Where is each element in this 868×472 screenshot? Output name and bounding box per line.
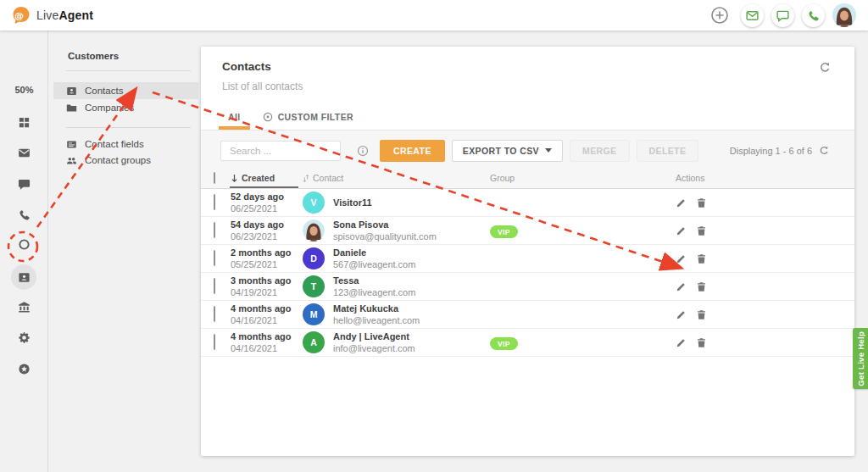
zoom-level-label: 50%: [0, 85, 48, 95]
list-refresh-button[interactable]: [819, 146, 829, 156]
delete-contact-button[interactable]: [696, 253, 707, 264]
contact-name[interactable]: Sona Pisova: [333, 219, 437, 230]
liveagent-logo: @ LiveAgent: [11, 5, 93, 25]
page-title: Contacts: [222, 60, 854, 73]
table-body: 52 days ago 06/25/2021 V Visitor11: [201, 189, 854, 357]
contact-email: hello@liveagent.com: [333, 315, 420, 325]
sidebar-item-starred[interactable]: [11, 356, 36, 381]
avatar-initial: V: [310, 197, 316, 208]
pencil-icon: [676, 225, 687, 236]
created-date: 05/25/2021: [231, 259, 303, 269]
delete-contact-button[interactable]: [696, 281, 707, 292]
select-all-checkbox[interactable]: [214, 172, 215, 184]
delete-contact-button[interactable]: [696, 337, 707, 348]
merge-button[interactable]: MERGE: [570, 140, 630, 162]
sidebar-item-billing[interactable]: [11, 294, 36, 319]
sidebar-item-tickets[interactable]: [11, 140, 36, 165]
trash-icon: [696, 253, 707, 264]
pencil-icon: [676, 197, 687, 208]
get-live-help-tab[interactable]: Get Live Help: [853, 328, 868, 389]
row-checkbox[interactable]: [214, 278, 215, 294]
search-input[interactable]: [220, 141, 341, 161]
row-checkbox[interactable]: [214, 250, 215, 266]
edit-contact-button[interactable]: [676, 337, 687, 348]
get-live-help-label: Get Live Help: [856, 331, 865, 386]
column-header-group[interactable]: Group: [490, 173, 676, 183]
column-header-contact[interactable]: Contact: [303, 173, 490, 183]
customers-subnav: Customers Contacts Companies Contact fie…: [48, 31, 201, 472]
edit-contact-button[interactable]: [676, 225, 687, 236]
target-circle-icon: [263, 112, 273, 122]
trash-icon: [696, 281, 707, 292]
contact-email: spisova@qualityunit.com: [333, 231, 437, 242]
avatar-initial: M: [310, 309, 318, 319]
contact-email: info@liveagent.com: [333, 343, 415, 353]
row-checkbox[interactable]: [214, 306, 215, 322]
svg-text:@: @: [14, 10, 24, 21]
avatar-initial: T: [311, 281, 316, 292]
chat-icon: [776, 9, 789, 22]
sidebar-item-dashboard[interactable]: [11, 109, 36, 135]
edit-contact-button[interactable]: [676, 281, 687, 292]
sidebar-item-calls[interactable]: [11, 202, 36, 227]
sort-both-icon: [303, 174, 309, 183]
row-checkbox[interactable]: [214, 222, 215, 238]
sidebar-item-settings[interactable]: [11, 325, 36, 350]
contact-name[interactable]: Daniele: [333, 247, 415, 258]
tab-custom-filter[interactable]: CUSTOM FILTER: [252, 104, 364, 130]
sidebar-item-chats[interactable]: [11, 171, 36, 197]
subnav-item-contact-fields[interactable]: Contact fields: [53, 136, 198, 153]
delete-button[interactable]: DELETE: [637, 140, 699, 162]
subnav-item-contact-groups[interactable]: Contact groups: [53, 152, 198, 169]
sidebar-item-customers[interactable]: [11, 264, 36, 290]
contact-name[interactable]: Matej Kukucka: [333, 303, 420, 314]
contact-name[interactable]: Andy | LiveAgent: [333, 331, 415, 342]
star-circle-icon: [18, 363, 31, 375]
table-row: 52 days ago 06/25/2021 V Visitor11: [201, 189, 854, 217]
subnav-item-companies[interactable]: Companies: [53, 99, 198, 116]
table-row: 2 months ago 05/25/2021 D Daniele 567@li…: [201, 245, 854, 273]
sort-desc-icon: [231, 174, 238, 183]
contact-name[interactable]: Tessa: [333, 275, 415, 286]
new-chat-button[interactable]: [771, 4, 794, 27]
tab-bar: All CUSTOM FILTER: [217, 104, 854, 130]
dashboard-grid-icon: [18, 116, 31, 129]
edit-contact-button[interactable]: [676, 197, 687, 208]
create-button[interactable]: CREATE: [380, 140, 445, 162]
trash-icon: [696, 197, 707, 208]
row-checkbox[interactable]: [214, 334, 215, 350]
tab-all[interactable]: All: [217, 104, 252, 130]
created-date: 04/16/2021: [231, 315, 303, 325]
brand-name: LiveAgent: [36, 8, 93, 22]
people-icon: [66, 155, 77, 166]
row-checkbox[interactable]: [214, 194, 215, 210]
contact-email: 123@liveagent.com: [333, 287, 415, 297]
subnav-item-contacts[interactable]: Contacts: [53, 82, 198, 99]
new-call-button[interactable]: [802, 4, 825, 27]
icon-sidebar: 50%: [0, 31, 48, 472]
user-avatar[interactable]: [832, 3, 856, 27]
export-to-csv-button[interactable]: EXPORT TO CSV: [452, 140, 563, 162]
edit-contact-button[interactable]: [676, 309, 687, 320]
column-header-created[interactable]: Created: [231, 168, 303, 188]
delete-contact-button[interactable]: [696, 309, 707, 320]
gear-icon: [18, 331, 31, 344]
contact-name[interactable]: Visitor11: [333, 197, 372, 208]
pencil-icon: [676, 253, 687, 264]
phone-icon: [18, 208, 31, 221]
created-relative: 4 months ago: [231, 331, 303, 342]
contact-avatar: T: [303, 275, 325, 297]
delete-contact-button[interactable]: [696, 197, 707, 208]
delete-contact-button[interactable]: [696, 225, 707, 236]
top-header: @ LiveAgent: [0, 0, 868, 31]
new-email-button[interactable]: [741, 4, 764, 27]
edit-contact-button[interactable]: [676, 253, 687, 264]
displaying-count: Displaying 1 - 6 of 6: [730, 146, 812, 156]
add-circle-icon[interactable]: [709, 5, 730, 25]
panel-refresh-button[interactable]: [819, 62, 831, 74]
created-relative: 4 months ago: [231, 303, 303, 314]
contact-card-icon: [66, 86, 77, 97]
info-icon[interactable]: [357, 145, 369, 157]
sidebar-item-social[interactable]: [11, 231, 36, 257]
bank-icon: [18, 301, 31, 314]
